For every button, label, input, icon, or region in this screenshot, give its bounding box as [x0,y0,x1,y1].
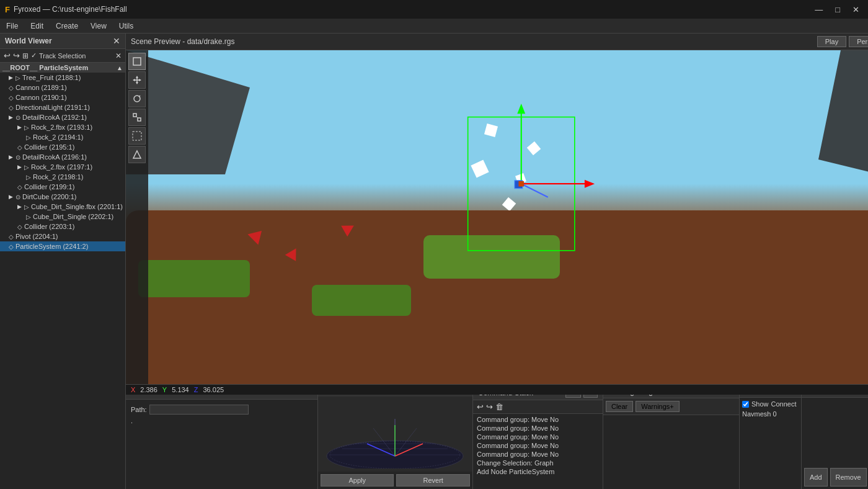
menu-view[interactable]: View [84,20,113,32]
tree-node-icon: ◇ [17,144,22,151]
tree-item-detailrcock2[interactable]: ▶ ⊙ DetailRcokA (2196:1) [0,152,125,162]
audio-remove-button[interactable]: Remove [830,468,867,487]
audio-content [802,398,868,465]
tree-item-cube-single[interactable]: ▷ Cube_Dirt_Single (2202:1) [0,212,125,222]
tree-node-icon: ◇ [9,243,14,250]
tree-label: Cube_Dirt_Single.fbx (2201:1) [31,203,123,210]
toolbar-icon-grid[interactable]: ⊞ [22,52,29,60]
scene-3d-view[interactable] [126,50,868,384]
tree-label: ParticleSystem (2241:2) [16,243,88,250]
revert-button[interactable]: Revert [396,474,470,487]
tree-node-icon: ◇ [17,223,22,230]
toolbar-icon-fwd[interactable]: ↪ [13,51,20,60]
svg-marker-14 [139,79,141,81]
menu-utils[interactable]: Utils [113,20,140,32]
tree-item-rock2-2[interactable]: ▷ Rock_2 (2198:1) [0,172,125,182]
scene-tool-scale[interactable] [128,109,146,126]
scene-title: Scene Preview - data/drake.rgs [131,37,234,46]
message-log-panel: Message Log ✕ Clear Warnings+ [603,385,740,489]
scene-canvas[interactable] [126,50,868,384]
minimize-button[interactable]: — [811,4,826,16]
path-row: Path: [131,405,312,415]
svg-line-18 [136,117,138,118]
tree-node-icon: ▷ [26,134,31,141]
menu-edit[interactable]: Edit [24,20,50,32]
tree-item-pivot[interactable]: ◇ Pivot (2204:1) [0,231,125,241]
main-area: World Viewer ✕ ↩ ↪ ⊞ ✓ Track Selection ✕… [0,34,868,489]
asset-preview-footer: Apply Revert [318,472,472,489]
tree-item-particlesystem[interactable]: ◇ ParticleSystem (2241:2) [0,241,125,251]
tree-root-label: __ROOT__ ParticleSystem [2,64,88,71]
navm-show-checkbox[interactable] [742,401,749,408]
svg-marker-4 [585,180,595,188]
tree-item-dirtcube[interactable]: ▶ ⊙ DirtCube (2200:1) [0,192,125,202]
apply-button[interactable]: Apply [321,474,394,487]
undo-icon-btn[interactable]: ↩ [477,402,484,411]
trash-icon-btn[interactable]: 🗑 [495,402,503,411]
menu-file[interactable]: File [0,20,24,32]
toolbar-icon-back[interactable]: ↩ [4,51,11,60]
grid-svg [324,400,466,469]
tree-node-icon: ⊙ [16,114,20,121]
tree-item-detailrcock1[interactable]: ▶ ⊙ DetailRcokA (2192:1) [0,112,125,122]
cmd-item-0: Command group: Move No [476,415,600,424]
play-button[interactable]: Play [817,36,846,47]
tree-item-collider1[interactable]: ◇ Collider (2195:1) [0,142,125,152]
tree-label: Cube_Dirt_Single (2202:1) [33,213,113,220]
close-button[interactable]: ✕ [849,4,863,16]
world-viewer-close[interactable]: ✕ [113,36,120,46]
cmd-item-6: Add Node ParticleSystem [476,467,600,476]
asset-preview-canvas [318,397,472,472]
scene-tool-move[interactable] [128,71,146,89]
cmd-item-5: Change Selection: Graph [476,459,600,467]
tree-item-collider3[interactable]: ◇ Collider (2203:1) [0,222,125,231]
world-viewer-toolbar-close[interactable]: ✕ [115,52,122,60]
svg-marker-12 [136,82,138,84]
scene-tool-terrain[interactable] [128,146,146,163]
tree-item-tree-fruit[interactable]: ▶ ▷ Tree_Fruit (2188:1) [0,73,125,83]
path-input[interactable] [149,405,249,415]
tree-scroll-up[interactable]: ▲ [117,65,123,71]
scene-tool-select[interactable] [128,53,146,70]
scene-tool-rotate[interactable] [128,90,146,107]
tree-item-collider2[interactable]: ◇ Collider (2199:1) [0,182,125,192]
svg-marker-11 [136,76,138,78]
maximize-button[interactable]: □ [831,4,844,16]
tree-node-icon: ⊙ [16,154,20,161]
tree-label: DetailRcokA (2192:1) [22,114,87,121]
tree-item-cube-single-fbx[interactable]: ▶ ▷ Cube_Dirt_Single.fbx (2201:1) [0,202,125,212]
perspective-button[interactable]: Perspective (3D) [849,36,868,47]
navmesh-label: Navmesh 0 [742,408,799,418]
tree-label: Collider (2203:1) [24,223,74,230]
audio-panel: Audio ✕ Add Remove Add Reverb Edit G... [802,385,868,489]
tree-node-icon: ▷ [24,204,29,210]
tree-arrow-icon: ▶ [17,164,22,170]
audio-footer: Add Remove Add Reverb Edit G... [802,465,868,489]
tree-node-icon: ◇ [9,233,14,240]
tree-node-icon: ◇ [9,84,14,91]
svg-marker-20 [133,151,141,158]
tree-item-cannon2[interactable]: ◇ Cannon (2190:1) [0,92,125,102]
navm-panel: Navm — ✕ Show Connect Navmesh 0 [740,385,802,489]
tree-item-rock2-1[interactable]: ▷ Rock_2 (2194:1) [0,132,125,142]
warnings-button[interactable]: Warnings+ [636,401,679,412]
audio-add-button[interactable]: Add [804,468,828,487]
track-selection-checkbox[interactable]: ✓ [31,52,37,60]
tree-item-rock2-fbx1[interactable]: ▶ ▷ Rock_2.fbx (2193:1) [0,122,125,132]
svg-rect-19 [133,132,141,140]
asset-dot-item[interactable]: . [131,415,312,427]
tree-root[interactable]: __ROOT__ ParticleSystem ▲ [0,63,125,73]
tree-item-rock2-fbx2[interactable]: ▶ ▷ Rock_2.fbx (2197:1) [0,162,125,172]
tree-node-icon: ◇ [9,94,14,101]
cmd-item-2: Command group: Move No [476,433,600,441]
svg-rect-16 [133,114,136,117]
scene-tool-select2[interactable] [128,127,146,145]
scene-header: Scene Preview - data/drake.rgs Play Pers… [126,34,868,50]
svg-marker-2 [517,104,525,114]
menu-create[interactable]: Create [50,20,84,32]
coord-z-value: 36.025 [203,386,224,393]
clear-button[interactable]: Clear [606,401,633,412]
tree-item-cannon1[interactable]: ◇ Cannon (2189:1) [0,83,125,92]
tree-item-dirlight[interactable]: ◇ DirectionalLight (2191:1) [0,102,125,112]
redo-icon-btn[interactable]: ↪ [486,402,493,411]
